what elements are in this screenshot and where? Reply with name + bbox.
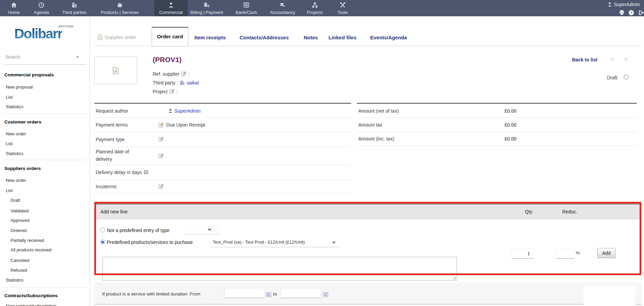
popup-box bbox=[584, 286, 635, 306]
sidebar-item-new-proposal[interactable]: New proposal bbox=[6, 84, 33, 90]
date-from-input[interactable] bbox=[224, 288, 264, 298]
next-arrow[interactable]: > bbox=[624, 56, 627, 62]
nav-item-billing-payment[interactable]: Billing | Payment bbox=[188, 0, 226, 16]
amount-value: £0.00 bbox=[505, 136, 516, 141]
billing-payment-icon bbox=[203, 1, 210, 9]
nav-item-agenda[interactable]: Agenda bbox=[29, 0, 54, 16]
date-to-input[interactable] bbox=[281, 288, 321, 298]
reduc-input[interactable] bbox=[556, 249, 574, 259]
qty-column-header: Qty bbox=[525, 209, 532, 214]
calendar-icon[interactable] bbox=[266, 292, 271, 297]
user-icon bbox=[168, 109, 173, 113]
back-to-list-link[interactable]: Back to list bbox=[572, 57, 598, 62]
nav-label: Accountancy bbox=[265, 10, 300, 15]
print-icon[interactable] bbox=[619, 10, 625, 16]
free-entry-label: Not a predefined entry of type bbox=[107, 228, 169, 233]
edit-icon[interactable] bbox=[169, 89, 174, 94]
description-textarea[interactable] bbox=[102, 257, 457, 281]
predefined-label: Predefined products/services to puchase bbox=[107, 240, 193, 245]
edit-icon[interactable] bbox=[158, 153, 164, 158]
tab-item-receipts[interactable]: Item receipts bbox=[194, 35, 226, 40]
help-icon[interactable]: ? bbox=[144, 170, 148, 174]
project-line: Project : bbox=[153, 89, 177, 94]
accountancy-icon bbox=[279, 1, 286, 9]
edit-icon[interactable] bbox=[158, 137, 164, 142]
nav-label: Projects bbox=[302, 10, 327, 15]
sidebar-item-ordered[interactable]: Ordered bbox=[11, 228, 27, 233]
free-entry-radio[interactable] bbox=[100, 228, 105, 232]
nav-item-accountancy[interactable]: Accountancy bbox=[265, 0, 300, 16]
type-select[interactable] bbox=[184, 225, 221, 234]
nav-item-commercial[interactable]: Commercial bbox=[154, 0, 188, 16]
user-menu[interactable]: SuperAdmin bbox=[607, 2, 640, 7]
sidebar-item-new-order[interactable]: New order bbox=[6, 178, 26, 183]
divider bbox=[3, 287, 86, 288]
chevron-down-icon[interactable]: ▼ bbox=[76, 55, 79, 59]
sidebar-item-refused[interactable]: Refused bbox=[11, 268, 27, 273]
amount-value: £0.00 bbox=[505, 108, 516, 114]
sidebar-item-statistics[interactable]: Statistics bbox=[6, 151, 23, 156]
nav-item-tools[interactable]: Tools bbox=[331, 0, 355, 16]
edit-icon[interactable] bbox=[158, 122, 164, 128]
edit-icon[interactable] bbox=[158, 184, 164, 189]
nav-item-products-services[interactable]: Products | Services bbox=[96, 0, 144, 16]
agenda-icon bbox=[38, 1, 45, 9]
divider bbox=[3, 160, 86, 160]
calendar-icon[interactable] bbox=[323, 292, 328, 297]
field-label: Incoterms bbox=[94, 184, 158, 189]
sidebar-item-validated[interactable]: Validated bbox=[11, 208, 29, 213]
dolibarr-logo: Dolibarr bbox=[14, 26, 62, 42]
resize-grip-icon[interactable] bbox=[453, 276, 456, 280]
service-duration-label: If product is a service with limited dur… bbox=[102, 291, 201, 297]
bank-cash-icon bbox=[243, 1, 250, 9]
add-line-title: Add new line bbox=[100, 209, 128, 214]
table-row: Delivery delay in days ? bbox=[94, 165, 351, 180]
request-author-link[interactable]: SuperAdmin bbox=[174, 108, 201, 114]
tab-linked-files[interactable]: Linked files bbox=[328, 35, 357, 40]
nav-item-projects[interactable]: Projects bbox=[302, 0, 327, 16]
sidebar-item-list[interactable]: List bbox=[6, 188, 13, 193]
sidebar-item-approved[interactable]: Approved bbox=[11, 218, 30, 223]
sidebar-item-statistics[interactable]: Statistics bbox=[6, 278, 23, 283]
logout-icon[interactable] bbox=[638, 10, 644, 16]
predefined-radio[interactable] bbox=[100, 240, 105, 244]
sidebar-item-draft[interactable]: Draft bbox=[11, 198, 20, 203]
tab-notes[interactable]: Notes bbox=[304, 35, 318, 40]
table-row: Incoterms bbox=[94, 180, 351, 193]
sidebar-item-new-order[interactable]: New order bbox=[6, 131, 26, 136]
tab-events-agenda[interactable]: Events/Agenda bbox=[370, 35, 407, 40]
nav-label: Bank/Cash bbox=[228, 10, 265, 15]
table-row: Amount (net of tax) £0.00 bbox=[357, 104, 637, 118]
chevron-down-icon bbox=[332, 242, 336, 244]
product-select-value: Test_Prod (sa) - Test Prod - £12/Unit (£… bbox=[213, 240, 305, 245]
nav-item-home[interactable]: Home bbox=[3, 0, 24, 16]
field-value: Due Upon Receipt bbox=[166, 122, 205, 128]
search-input[interactable]: Search bbox=[5, 54, 20, 60]
ref-supplier-line: Ref. supplier : bbox=[153, 71, 189, 77]
product-select[interactable]: Test_Prod (sa) - Test Prod - £12/Unit (£… bbox=[210, 237, 339, 247]
table-row: Payment type bbox=[94, 132, 351, 147]
sidebar-item-partially-received[interactable]: Partially received bbox=[11, 238, 44, 243]
sidebar-item-list[interactable]: List bbox=[6, 95, 13, 100]
sidebar-item-statistics[interactable]: Statistics bbox=[6, 104, 23, 109]
nav-label: Agenda bbox=[29, 10, 54, 15]
top-navbar: Home Agenda Third parties Products | Ser… bbox=[0, 0, 644, 16]
add-button[interactable]: Add bbox=[597, 248, 615, 258]
edit-icon[interactable] bbox=[181, 71, 186, 76]
chevron-down-icon bbox=[208, 228, 211, 231]
table-row: Amount tax £0.00 bbox=[357, 118, 637, 132]
nav-item-third-parties[interactable]: Third parties bbox=[54, 0, 94, 16]
sidebar-item-canceled[interactable]: Canceled bbox=[11, 258, 29, 263]
tab-order-card[interactable]: Order card bbox=[152, 27, 188, 46]
third-party-link[interactable]: saikat bbox=[187, 80, 199, 85]
sidebar-item-all-products-received[interactable]: All products received bbox=[11, 247, 52, 252]
nav-item-bank-cash[interactable]: Bank/Cash bbox=[228, 0, 265, 16]
prev-arrow[interactable]: < bbox=[611, 56, 614, 62]
help-icon[interactable]: ? bbox=[628, 10, 634, 16]
divider bbox=[3, 113, 86, 114]
svg-text:?: ? bbox=[630, 11, 632, 15]
sidebar-item-new-contract[interactable]: New contract/subscription bbox=[6, 303, 56, 306]
tab-contacts-addresses[interactable]: Contacts/Addresses bbox=[240, 35, 289, 40]
qty-input[interactable]: 1 bbox=[512, 249, 534, 259]
sidebar-item-list[interactable]: List bbox=[6, 141, 13, 146]
